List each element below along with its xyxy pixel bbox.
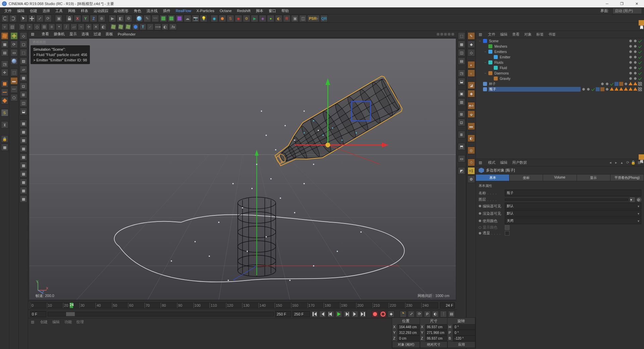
- snap-poly-button[interactable]: ▱: [70, 23, 77, 30]
- rvp-b15[interactable]: ⚙: [468, 176, 475, 183]
- object-mode-button[interactable]: ◳: [1, 60, 8, 68]
- rvp-b14[interactable]: =1: [468, 167, 475, 174]
- tweak-button[interactable]: S: [1, 109, 8, 116]
- snap-col-10[interactable]: ⬓: [20, 108, 27, 115]
- deformer-button[interactable]: [176, 15, 183, 22]
- timeline-playhead[interactable]: 24: [70, 303, 73, 308]
- layer-picker-button[interactable]: ▾: [630, 197, 635, 202]
- workplane-button[interactable]: ▤: [9, 23, 15, 30]
- rvp-a1[interactable]: ⬚: [458, 32, 465, 40]
- spline-pen-button[interactable]: ✎: [144, 15, 151, 22]
- attr-xray-checkbox[interactable]: [505, 231, 509, 236]
- grid-h[interactable]: ▦: [20, 179, 27, 186]
- rs-ipr-icon[interactable]: ◫: [299, 15, 307, 22]
- generator-nurbs-button[interactable]: [160, 15, 167, 22]
- vp-menu-filter[interactable]: 过滤: [94, 32, 101, 37]
- dynamics-button[interactable]: ⬤: [132, 23, 139, 30]
- snap-axis-button[interactable]: ✛: [85, 23, 92, 30]
- goto-start-button[interactable]: [311, 311, 318, 317]
- coord-apply-button[interactable]: 应用: [447, 341, 475, 348]
- am-new-icon[interactable]: ⊞: [637, 160, 641, 165]
- om-edit[interactable]: 编辑: [500, 32, 507, 37]
- rvp-b12[interactable]: ◎: [468, 147, 475, 154]
- snap-col-6[interactable]: ▦: [20, 74, 27, 82]
- key-selection-button[interactable]: ◆: [388, 311, 394, 317]
- rvp-b8[interactable]: ⬘ ⚙: [468, 102, 475, 109]
- axis-mode-button[interactable]: ✛: [1, 69, 8, 76]
- key-param-button[interactable]: P: [424, 311, 431, 317]
- rvp-b11[interactable]: ◐: [468, 135, 475, 142]
- recent-tool-button[interactable]: ▣: [55, 15, 62, 22]
- rvp-b4[interactable]: ⬧: [468, 61, 475, 68]
- attr-layer-field[interactable]: [505, 199, 628, 201]
- rvp-b3[interactable]: ◇: [468, 49, 475, 56]
- snap-intersect-button[interactable]: ✕: [93, 23, 99, 30]
- lasso-select-icon[interactable]: 〰: [10, 86, 18, 93]
- xp-emitter-icon[interactable]: ◉: [211, 15, 218, 22]
- quantize-button[interactable]: ≡: [48, 23, 55, 30]
- om-tags[interactable]: 标签: [536, 32, 544, 37]
- tree-node-Fluid[interactable]: Fluid: [476, 65, 644, 70]
- menu-redshift[interactable]: Redshift: [235, 8, 253, 13]
- workplane-mode-button[interactable]: ▤: [1, 49, 8, 56]
- play-button[interactable]: [335, 311, 342, 317]
- mograph-fracture-button[interactable]: [117, 23, 124, 30]
- am-lock-icon[interactable]: 🔒: [631, 160, 636, 165]
- snap-edge-button[interactable]: /: [63, 23, 70, 30]
- window-minimize-button[interactable]: ─: [600, 0, 614, 7]
- snap-col-3[interactable]: ⬚: [20, 49, 27, 56]
- grid-c[interactable]: ▦: [20, 137, 27, 144]
- rvp-b9[interactable]: ⬙: [468, 110, 475, 118]
- tree-node-Meshers[interactable]: Meshers: [476, 44, 644, 49]
- model-mode-button[interactable]: [1, 32, 8, 40]
- mograph-effector-button[interactable]: [125, 23, 131, 30]
- grid-j[interactable]: ▦: [20, 195, 27, 203]
- point-mode-button[interactable]: [1, 80, 8, 88]
- camera-button[interactable]: 📷: [192, 15, 199, 22]
- vp-menu-prorender[interactable]: ProRender: [118, 32, 136, 36]
- snap-button[interactable]: ⊡: [19, 23, 25, 30]
- text-spline-button[interactable]: T: [140, 23, 146, 30]
- am-edit[interactable]: 编辑: [500, 160, 507, 165]
- perspective-viewport[interactable]: 透视视图 Simulation "Scene": > Fluid "Fluid"…: [29, 38, 456, 300]
- light-button[interactable]: 💡: [200, 15, 207, 22]
- am-userdata[interactable]: 用户数据: [512, 160, 527, 165]
- sidebar-tab-content-browser[interactable]: 内容浏览器: [639, 20, 644, 26]
- subtab-phong[interactable]: 平滑着色(Phong): [610, 174, 644, 181]
- move-mode-icon[interactable]: [10, 32, 18, 40]
- om-bookmarks[interactable]: 书签: [548, 32, 556, 37]
- menu-script[interactable]: 脚本: [254, 8, 266, 14]
- snap-vertex-button[interactable]: •: [56, 23, 62, 30]
- rvp-b6[interactable]: ◪: [468, 82, 475, 89]
- connector-button[interactable]: ⟋: [147, 23, 154, 30]
- rvp-a10[interactable]: ⊡: [458, 119, 465, 126]
- om-view[interactable]: 查看: [512, 32, 520, 37]
- vp-menu-camera[interactable]: 摄像机: [54, 32, 65, 37]
- menu-character[interactable]: 角色: [131, 8, 144, 14]
- subtab-coord[interactable]: 坐标: [509, 174, 543, 181]
- generator-array-button[interactable]: [168, 15, 175, 22]
- effector-menu-button[interactable]: ◐: [162, 23, 168, 30]
- tree-node-Emitter[interactable]: Emitter: [476, 54, 644, 60]
- key-rot-button[interactable]: ⟳: [416, 311, 423, 317]
- range-total-field[interactable]: 250 F: [292, 311, 310, 317]
- texture-mode-button[interactable]: ▦: [1, 41, 8, 48]
- render-settings-button[interactable]: ⚙: [125, 15, 132, 22]
- qr-icon[interactable]: QR: [320, 15, 328, 22]
- window-close-button[interactable]: ✕: [629, 0, 644, 7]
- viewport-nav-gizmos[interactable]: [437, 33, 457, 36]
- primitive-cube-button[interactable]: [136, 15, 143, 22]
- prev-frame-button[interactable]: [327, 311, 334, 317]
- am-nav-back-icon[interactable]: ◂: [608, 160, 613, 165]
- menu-motiontrack[interactable]: 运动跟踪: [91, 8, 111, 14]
- grid-i[interactable]: ▦: [20, 187, 27, 194]
- am-hist-icon[interactable]: ⟳: [625, 160, 630, 165]
- attr-dispcolor-swatch[interactable]: [505, 225, 509, 230]
- octane-settings-icon[interactable]: ⚙: [243, 15, 250, 22]
- rotate-mode-icon[interactable]: ⟳: [10, 41, 18, 48]
- object-tree[interactable]: −SceneMeshers−EmittersEmitter−FluidsFlui…: [476, 38, 644, 159]
- xp-system-icon[interactable]: ⬢: [219, 15, 226, 22]
- tree-node-Fluids[interactable]: −Fluids: [476, 60, 644, 65]
- menu-pipeline[interactable]: 流水线: [144, 8, 160, 14]
- mat-menu-func[interactable]: 功能: [64, 319, 72, 325]
